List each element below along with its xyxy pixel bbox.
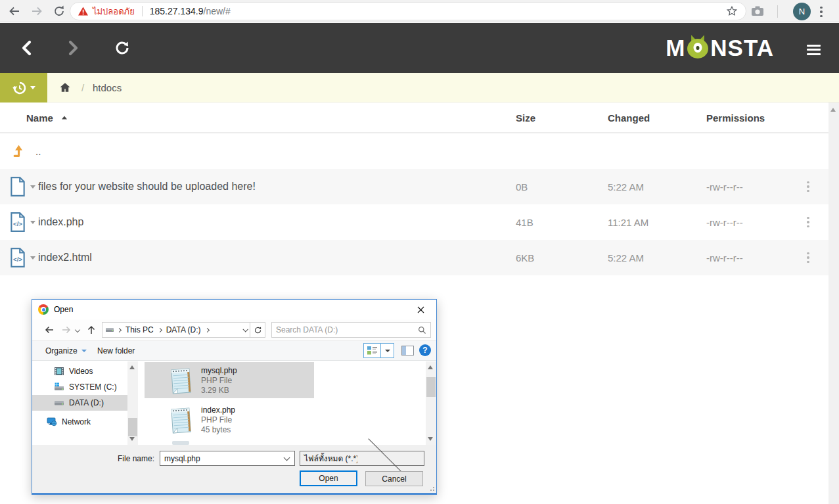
scroll-down-icon[interactable] bbox=[129, 437, 135, 441]
table-row[interactable]: files for your website should be uploade… bbox=[0, 169, 828, 204]
browser-toolbar: ไม่ปลอดภัย 185.27.134.9/new/# N bbox=[0, 0, 839, 22]
new-folder-button[interactable]: New folder bbox=[97, 346, 135, 355]
file-code-icon: </> bbox=[9, 248, 26, 267]
view-mode-button[interactable] bbox=[363, 343, 381, 358]
browser-back-icon[interactable] bbox=[8, 5, 21, 18]
dialog-refresh-button[interactable] bbox=[250, 322, 265, 338]
breadcrumb-segment-htdocs[interactable]: htdocs bbox=[93, 82, 122, 93]
sidebar-scrollbar[interactable] bbox=[127, 361, 138, 445]
monsta-back-button[interactable] bbox=[20, 40, 35, 56]
address-segment-this-pc[interactable]: This PC bbox=[125, 325, 154, 334]
preview-pane-icon bbox=[402, 346, 406, 355]
chrome-logo-icon bbox=[38, 304, 49, 315]
open-button[interactable]: Open bbox=[300, 470, 357, 486]
recent-locations-chevron-icon[interactable] bbox=[75, 327, 80, 332]
toolbar-divider bbox=[777, 5, 778, 18]
monsta-forward-button[interactable] bbox=[66, 40, 81, 56]
address-bar[interactable]: ไม่ปลอดภัย 185.27.134.9/new/# bbox=[70, 2, 746, 20]
sidebar-item-network[interactable]: Network bbox=[32, 414, 127, 430]
file-tile-mysql-php[interactable]: mysql.php PHP File 3.29 KB bbox=[145, 362, 314, 398]
file-name[interactable]: files for your website should be uploade… bbox=[38, 181, 256, 193]
search-input[interactable] bbox=[276, 325, 418, 334]
bookmark-star-icon[interactable] bbox=[726, 5, 738, 17]
file-menu-caret-icon[interactable] bbox=[30, 221, 35, 224]
file-permissions: -rw-r--r-- bbox=[706, 252, 743, 263]
browser-forward-icon[interactable] bbox=[30, 5, 43, 18]
resize-grip-icon[interactable] bbox=[428, 484, 434, 491]
column-header-size[interactable]: Size bbox=[516, 112, 535, 123]
history-dropdown-button[interactable] bbox=[0, 73, 47, 103]
camera-extension-icon[interactable] bbox=[751, 5, 764, 17]
help-button[interactable]: ? bbox=[419, 344, 431, 356]
row-menu-icon[interactable] bbox=[807, 216, 809, 229]
address-dropdown-chevron-icon[interactable] bbox=[242, 327, 248, 332]
view-mode-dropdown[interactable] bbox=[380, 343, 394, 358]
file-name-combobox[interactable] bbox=[160, 451, 295, 466]
browser-menu-icon[interactable] bbox=[820, 5, 823, 18]
table-row[interactable]: </> index2.html 6KB 5:22 AM -rw-r--r-- bbox=[0, 240, 828, 275]
monsta-refresh-button[interactable] bbox=[114, 40, 130, 56]
organize-button[interactable]: Organize bbox=[45, 346, 87, 355]
file-menu-caret-icon[interactable] bbox=[30, 256, 35, 260]
scroll-up-icon[interactable] bbox=[428, 365, 433, 369]
scroll-up-icon[interactable] bbox=[129, 365, 135, 369]
dialog-close-button[interactable] bbox=[411, 302, 430, 317]
scroll-up-icon[interactable] bbox=[830, 108, 836, 112]
dialog-sidebar: Videos SYSTEM (C:) DATA (D:) Network bbox=[32, 361, 127, 445]
column-header-name[interactable]: Name bbox=[26, 112, 53, 123]
dialog-up-button[interactable] bbox=[86, 325, 97, 335]
scrollbar-thumb[interactable] bbox=[426, 377, 436, 397]
cancel-button[interactable]: Cancel bbox=[365, 471, 423, 486]
dialog-file-list: mysql.php PHP File 3.29 KB bbox=[138, 361, 426, 445]
column-header-permissions[interactable]: Permissions bbox=[706, 112, 765, 123]
file-list-scrollbar[interactable] bbox=[426, 361, 436, 445]
file-menu-caret-icon[interactable] bbox=[30, 185, 35, 189]
hamburger-menu-icon[interactable] bbox=[807, 42, 821, 57]
browser-reload-icon[interactable] bbox=[53, 5, 66, 18]
address-segment-data-d[interactable]: DATA (D:) bbox=[166, 325, 201, 334]
file-tile-index-php[interactable]: index.php PHP File 45 bytes bbox=[145, 401, 314, 438]
file-name-input[interactable] bbox=[160, 454, 281, 463]
security-warning-icon bbox=[78, 7, 88, 16]
combo-chevron-icon[interactable] bbox=[284, 454, 290, 461]
file-blank-icon bbox=[9, 177, 26, 196]
dialog-forward-button[interactable] bbox=[61, 325, 72, 335]
file-type-combobox[interactable]: ไฟล์ทั้งหมด (*.*) bbox=[300, 451, 424, 466]
file-tile-name: mysql.php bbox=[201, 366, 237, 375]
dialog-title-bar[interactable]: Open bbox=[32, 300, 436, 319]
dialog-title: Open bbox=[54, 305, 73, 314]
dialog-search-box[interactable] bbox=[271, 322, 431, 338]
avatar[interactable]: N bbox=[793, 3, 811, 20]
column-header-changed[interactable]: Changed bbox=[608, 112, 650, 123]
breadcrumb-chevron-icon bbox=[117, 327, 122, 332]
home-breadcrumb-icon[interactable] bbox=[59, 81, 71, 93]
row-menu-icon[interactable] bbox=[807, 180, 809, 193]
file-name[interactable]: index.php bbox=[38, 216, 83, 228]
scrollbar-thumb[interactable] bbox=[128, 418, 137, 436]
security-warning-label[interactable]: ไม่ปลอดภัย bbox=[93, 5, 135, 18]
data-drive-icon bbox=[54, 398, 64, 408]
preview-pane-button[interactable] bbox=[401, 346, 414, 355]
row-menu-icon[interactable] bbox=[807, 251, 809, 264]
sidebar-item-data-d[interactable]: DATA (D:) bbox=[32, 395, 127, 411]
sort-ascending-icon bbox=[62, 116, 67, 119]
url-path: /new/# bbox=[204, 6, 231, 16]
screen: ไม่ปลอดภัย 185.27.134.9/new/# N M bbox=[0, 0, 839, 504]
page-scrollbar[interactable] bbox=[828, 103, 839, 504]
dialog-address-bar[interactable]: This PC DATA (D:) bbox=[102, 322, 250, 338]
view-mode-split-button[interactable] bbox=[363, 343, 394, 358]
table-row-parent-dir[interactable]: .. bbox=[0, 133, 828, 169]
dialog-back-button[interactable] bbox=[44, 325, 55, 335]
sidebar-item-system-c[interactable]: SYSTEM (C:) bbox=[32, 379, 127, 395]
file-name[interactable]: index2.html bbox=[38, 252, 92, 263]
dialog-navigation-bar: This PC DATA (D:) bbox=[32, 319, 436, 340]
sidebar-item-videos[interactable]: Videos bbox=[32, 363, 127, 379]
scroll-down-icon[interactable] bbox=[428, 437, 433, 441]
chevron-down-icon bbox=[385, 350, 390, 352]
svg-text:</>: </> bbox=[13, 220, 22, 227]
notepad-file-icon bbox=[168, 405, 194, 435]
file-table-header: Name Size Changed Permissions bbox=[0, 103, 828, 133]
url-host: 185.27.134.9 bbox=[150, 6, 204, 16]
up-directory-icon bbox=[12, 144, 26, 158]
table-row[interactable]: </> index.php 41B 11:21 AM -rw-r--r-- bbox=[0, 204, 828, 240]
